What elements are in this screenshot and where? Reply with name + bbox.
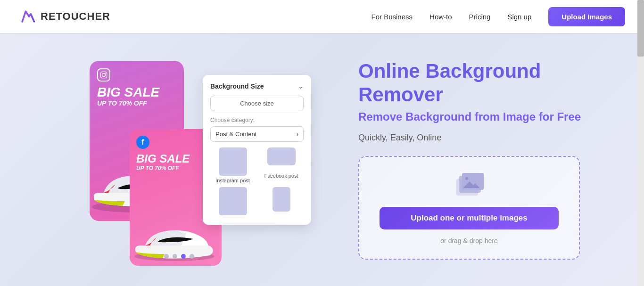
background-size-panel: Background Size ⌄ Choose size Choose cat… <box>203 75 311 225</box>
svg-point-2 <box>105 73 106 74</box>
svg-point-11 <box>465 177 468 180</box>
dot-3-active[interactable] <box>181 254 186 259</box>
nav-howto[interactable]: How-to <box>429 13 452 21</box>
dot-2[interactable] <box>173 254 177 259</box>
upload-icon <box>453 171 486 199</box>
drag-drop-label: or drag & drop here <box>440 237 497 245</box>
logo-text: RETOUCHER <box>41 10 110 23</box>
hero-title: Online Background Remover <box>358 59 616 107</box>
hero-section: BIG SALE UP TO 70% OFF <box>0 33 644 286</box>
logo-icon <box>19 8 36 25</box>
header: RETOUCHER For Business How-to Pricing Si… <box>0 0 644 33</box>
upload-multiple-button[interactable]: Upload one or multiple images <box>380 207 559 229</box>
template-instagram[interactable]: Instagram post <box>210 147 255 183</box>
nav: For Business How-to Pricing Sign up Uplo… <box>372 7 626 26</box>
template-facebook[interactable]: Facebook post <box>259 147 304 183</box>
facebook-icon: f <box>136 136 149 149</box>
header-upload-button[interactable]: Upload Images <box>548 7 625 26</box>
category-select[interactable]: Post & Content › <box>210 126 304 142</box>
chevron-down-icon: ⌄ <box>298 82 304 90</box>
nav-for-business[interactable]: For Business <box>372 13 413 21</box>
template-third[interactable] <box>210 187 255 217</box>
svg-point-1 <box>102 73 106 76</box>
logo: RETOUCHER <box>19 8 110 25</box>
nav-pricing[interactable]: Pricing <box>469 13 491 21</box>
hero-illustrations: BIG SALE UP TO 70% OFF <box>28 47 330 273</box>
dot-4[interactable] <box>190 254 194 259</box>
dot-1[interactable] <box>164 254 169 259</box>
upload-dropzone[interactable]: Upload one or multiple images or drag & … <box>358 156 580 260</box>
choose-size-button[interactable]: Choose size <box>210 96 304 111</box>
pagination-dots <box>164 254 194 259</box>
instagram-icon <box>97 68 110 82</box>
third-thumb <box>219 187 247 215</box>
instagram-thumb <box>219 147 247 176</box>
hero-subtitle: Remove Background from Image for Free <box>358 110 616 123</box>
card-back-sale-line2: UP TO 70% OFF <box>97 99 147 107</box>
nav-signup[interactable]: Sign up <box>507 13 531 21</box>
fourth-thumb <box>272 187 290 212</box>
panel-header: Background Size ⌄ <box>210 82 304 90</box>
scrollbar-thumb[interactable] <box>637 0 644 57</box>
hero-content: Online Background Remover Remove Backgro… <box>330 59 616 260</box>
svg-rect-0 <box>100 72 107 78</box>
hero-tagline: Quickly, Easily, Online <box>358 133 616 143</box>
images-stack-icon <box>453 171 486 199</box>
panel-title: Background Size <box>210 82 264 90</box>
instagram-label: Instagram post <box>215 178 250 183</box>
category-value: Post & Content <box>215 131 256 138</box>
template-grid: Instagram post Facebook post <box>210 147 304 217</box>
facebook-label: Facebook post <box>264 173 298 179</box>
category-label: Choose category: <box>210 117 304 123</box>
scrollbar[interactable] <box>637 0 644 286</box>
card-front-sale-line2: UP TO 70% OFF <box>136 165 179 172</box>
category-chevron-right-icon: › <box>297 131 298 138</box>
card-back-sale-line1: BIG SALE <box>97 85 159 100</box>
facebook-thumb <box>267 147 296 165</box>
card-front-sale-line1: BIG SALE <box>136 153 190 165</box>
template-fourth[interactable] <box>259 187 304 217</box>
